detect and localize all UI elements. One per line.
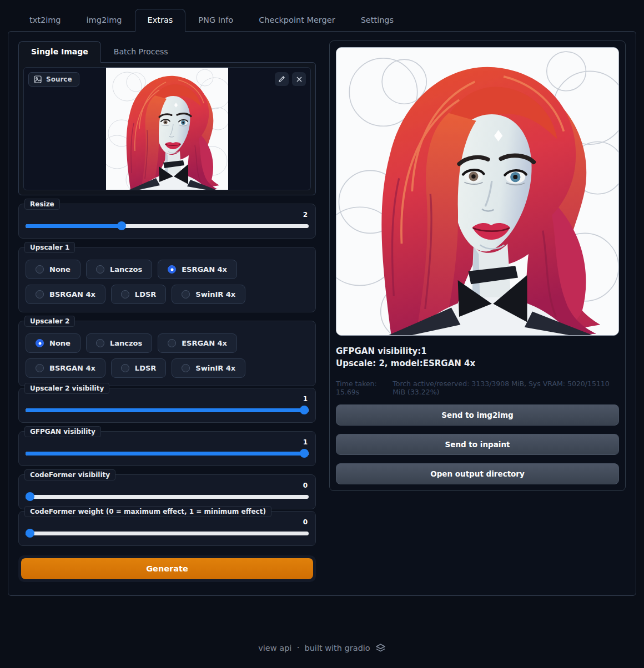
image-mode-tabbar: Single Image Batch Process (18, 41, 316, 62)
radio-dot (36, 364, 44, 372)
codeformer-visibility-block: CodeFormer visibility 0 (18, 474, 316, 509)
tab-checkpoint-merger[interactable]: Checkpoint Merger (246, 9, 348, 32)
extras-panel: Single Image Batch Process Source (8, 31, 636, 596)
radio-dot (36, 265, 44, 274)
view-api-link[interactable]: view api (258, 644, 291, 652)
radio-upscaler1-lanczos[interactable]: Lanczos (86, 260, 152, 279)
radio-upscaler1-bsrgan4x[interactable]: BSRGAN 4x (26, 285, 105, 304)
info-line-upscale: Upscale: 2, model:ESRGAN 4x (336, 358, 619, 370)
image-toolbar (275, 72, 306, 86)
tab-txt2img[interactable]: txt2img (17, 9, 74, 32)
radio-upscaler2-ldsr[interactable]: LDSR (111, 358, 166, 378)
radio-upscaler2-lanczos[interactable]: Lanczos (86, 333, 152, 353)
radio-upscaler1-esrgan4x[interactable]: ESRGAN 4x (158, 260, 237, 279)
radio-dot (168, 265, 176, 274)
codeformer-weight-block: CodeFormer weight (0 = maximum effect, 1… (18, 511, 316, 546)
codeformer-weight-slider[interactable] (26, 529, 309, 538)
radio-dot (96, 265, 104, 274)
performance-stats: Time taken: 15.69s Torch active/reserved… (336, 379, 619, 396)
upscaler1-label: Upscaler 1 (24, 242, 75, 253)
radio-dot (121, 290, 129, 298)
radio-dot (121, 364, 129, 372)
footer: view api · built with gradio (0, 642, 644, 653)
tab-png-info[interactable]: PNG Info (185, 9, 246, 32)
gradio-logo-icon (375, 644, 386, 652)
upscaler2-visibility-label: Upscaler 2 visibility (24, 383, 109, 394)
slider-handle[interactable] (300, 449, 309, 458)
gfpgan-visibility-value: 1 (26, 438, 308, 446)
right-column: GFPGAN visibility:1 Upscale: 2, model:ES… (329, 41, 626, 582)
image-icon (34, 75, 42, 83)
upscaler1-block: Upscaler 1 None Lanczos ESRGAN 4x BSRGAN… (18, 247, 316, 312)
tab-settings[interactable]: Settings (348, 9, 406, 32)
resize-block: Resize 2 (18, 204, 316, 239)
radio-dot (36, 339, 44, 347)
radio-dot (182, 290, 190, 298)
radio-dot (96, 339, 104, 347)
resize-slider[interactable] (26, 221, 309, 230)
upscaler2-options: None Lanczos ESRGAN 4x BSRGAN 4x LDSR Sw… (26, 333, 309, 378)
upscaler2-visibility-value: 1 (26, 395, 308, 403)
gfpgan-visibility-block: GFPGAN visibility 1 (18, 431, 316, 466)
tab-img2img[interactable]: img2img (74, 9, 135, 32)
radio-dot (182, 364, 190, 372)
generation-info: GFPGAN visibility:1 Upscale: 2, model:ES… (336, 346, 619, 370)
radio-upscaler2-bsrgan4x[interactable]: BSRGAN 4x (26, 358, 105, 378)
source-image[interactable] (106, 68, 228, 190)
close-icon (296, 76, 303, 83)
tab-batch-process[interactable]: Batch Process (101, 41, 181, 63)
time-taken: Time taken: 15.69s (336, 379, 393, 396)
codeformer-weight-label: CodeFormer weight (0 = maximum effect, 1… (24, 506, 271, 517)
open-output-directory-button[interactable]: Open output directory (336, 463, 619, 484)
left-column: Single Image Batch Process Source (18, 41, 316, 582)
codeformer-weight-value: 0 (26, 518, 308, 526)
footer-separator: · (296, 642, 299, 653)
result-panel: GFPGAN visibility:1 Upscale: 2, model:ES… (329, 41, 626, 491)
edit-image-button[interactable] (275, 72, 289, 86)
codeformer-visibility-label: CodeFormer visibility (24, 469, 115, 480)
vram-stats: Torch active/reserved: 3133/3908 MiB, Sy… (393, 379, 619, 396)
radio-upscaler1-none[interactable]: None (26, 260, 80, 279)
generate-row: Generate (18, 555, 316, 582)
resize-value: 2 (26, 211, 308, 219)
pencil-icon (278, 75, 285, 83)
gfpgan-visibility-slider[interactable] (26, 449, 309, 458)
slider-handle[interactable] (300, 406, 309, 414)
upscaler2-visibility-slider[interactable] (26, 406, 309, 414)
tab-extras[interactable]: Extras (135, 9, 186, 32)
radio-upscaler1-swinir4x[interactable]: SwinIR 4x (172, 285, 245, 304)
source-image-dropzone[interactable]: Source (23, 67, 311, 190)
source-label-chip: Source (28, 72, 79, 87)
send-to-inpaint-button[interactable]: Send to inpaint (336, 434, 619, 455)
send-to-img2img-button[interactable]: Send to img2img (336, 404, 619, 426)
resize-label: Resize (24, 199, 60, 210)
upscaler2-visibility-block: Upscaler 2 visibility 1 (18, 388, 316, 423)
codeformer-visibility-slider[interactable] (26, 492, 309, 501)
codeformer-visibility-value: 0 (26, 482, 308, 489)
slider-handle[interactable] (26, 492, 34, 501)
upscaler1-options: None Lanczos ESRGAN 4x BSRGAN 4x LDSR Sw… (26, 260, 309, 304)
radio-upscaler2-none[interactable]: None (26, 333, 80, 353)
upscaler2-label: Upscaler 2 (24, 316, 75, 327)
single-image-tab-panel: Source (18, 62, 316, 195)
radio-upscaler2-esrgan4x[interactable]: ESRGAN 4x (158, 333, 237, 353)
source-label: Source (46, 75, 72, 83)
slider-handle[interactable] (117, 221, 126, 230)
built-with-gradio-link[interactable]: built with gradio (304, 644, 370, 652)
main-tabbar: txt2img img2img Extras PNG Info Checkpoi… (0, 0, 644, 31)
clear-image-button[interactable] (292, 72, 306, 86)
upscaler2-block: Upscaler 2 None Lanczos ESRGAN 4x BSRGAN… (18, 321, 316, 386)
generate-button[interactable]: Generate (21, 558, 313, 579)
gfpgan-visibility-label: GFPGAN visibility (24, 426, 101, 437)
radio-dot (36, 290, 44, 298)
slider-handle[interactable] (26, 529, 34, 538)
radio-upscaler2-swinir4x[interactable]: SwinIR 4x (172, 358, 245, 378)
result-image[interactable] (336, 47, 619, 336)
info-line-gfpgan: GFPGAN visibility:1 (336, 346, 619, 358)
radio-dot (168, 339, 176, 347)
radio-upscaler1-ldsr[interactable]: LDSR (111, 285, 166, 304)
tab-single-image[interactable]: Single Image (18, 41, 101, 63)
